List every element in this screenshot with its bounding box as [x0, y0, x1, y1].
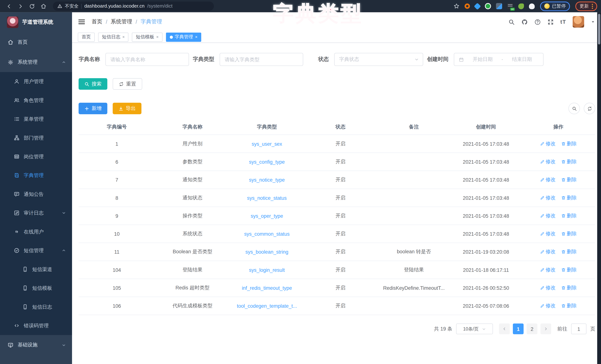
close-icon[interactable]: ×	[122, 35, 125, 39]
sidebar-item-announcements[interactable]: 通知公告	[0, 185, 72, 203]
edit-link[interactable]: 修改	[540, 248, 556, 255]
scrollbar-thumb[interactable]	[598, 14, 600, 45]
dict-type-link[interactable]: inf_redis_timeout_type	[230, 279, 304, 297]
sidebar-item-audit-log[interactable]: 审计日志	[0, 203, 72, 222]
close-icon[interactable]: ×	[156, 35, 159, 39]
search-button[interactable]: 搜索	[79, 78, 107, 90]
search-icon[interactable]	[508, 19, 515, 25]
tab-home[interactable]: 首页	[78, 32, 95, 42]
scrollbar[interactable]	[597, 12, 601, 364]
delete-link[interactable]: 删除	[561, 212, 577, 219]
page-button-1[interactable]: 1	[513, 324, 524, 334]
delete-link[interactable]: 删除	[561, 140, 577, 147]
dictionary-book-icon	[14, 172, 20, 178]
goto-page-input[interactable]	[571, 324, 587, 334]
sidebar-item-online-users[interactable]: 在线用户	[0, 222, 72, 241]
sidebar-item-sms-channel[interactable]: 短信渠道	[0, 260, 72, 279]
sidebar-item-departments[interactable]: 部门管理	[0, 129, 72, 147]
delete-link[interactable]: 删除	[561, 302, 577, 309]
dict-type-link[interactable]: sys_login_result	[230, 261, 304, 279]
dict-type-link[interactable]: sys_boolean_string	[230, 243, 304, 261]
edit-link[interactable]: 修改	[540, 212, 556, 219]
close-icon[interactable]: ×	[195, 35, 197, 39]
sidebar-item-sms-template[interactable]: 短信模板	[0, 279, 72, 297]
edit-link[interactable]: 修改	[540, 176, 556, 183]
status-select[interactable]: 字典状态	[334, 53, 423, 66]
date-range-picker[interactable]: 开始日期 - 结束日期	[454, 53, 543, 66]
delete-link[interactable]: 删除	[561, 284, 577, 291]
github-icon[interactable]	[521, 19, 528, 25]
avatar[interactable]	[573, 16, 584, 28]
sidebar-item-infrastructure[interactable]: 基础设施	[0, 335, 72, 355]
dict-name-input[interactable]	[110, 56, 184, 62]
sidebar-item-users[interactable]: 用户管理	[0, 72, 72, 91]
bookmark-star-icon[interactable]	[453, 3, 460, 9]
add-button[interactable]: 新增	[79, 103, 107, 114]
extension-green-circle-icon[interactable]	[485, 3, 491, 9]
dict-type-link[interactable]: sys_notice_type	[230, 171, 304, 189]
refresh-table-button[interactable]	[584, 103, 595, 114]
edit-link[interactable]: 修改	[540, 284, 556, 291]
sidebar-item-dictionary[interactable]: 字典管理	[0, 166, 72, 185]
extension-pet-icon[interactable]	[529, 3, 535, 9]
edit-link[interactable]: 修改	[540, 140, 556, 147]
edit-link[interactable]: 修改	[540, 230, 556, 237]
sidebar-item-home[interactable]: 首页	[0, 32, 72, 52]
sidebar-item-roles[interactable]: 角色管理	[0, 91, 72, 110]
edit-link[interactable]: 修改	[540, 266, 556, 273]
tab-sms-log[interactable]: 短信日志 ×	[98, 32, 129, 42]
toggle-search-button[interactable]	[568, 103, 580, 114]
prev-page-button[interactable]	[499, 324, 510, 334]
browser-menu-icon[interactable]	[592, 4, 593, 9]
sidebar-item-system[interactable]: 系统管理	[0, 52, 72, 72]
dict-type-input[interactable]	[225, 56, 298, 62]
page-button-2[interactable]: 2	[527, 324, 537, 334]
page-size-select[interactable]: 10条/页	[456, 324, 493, 334]
delete-link[interactable]: 删除	[561, 176, 577, 183]
edit-link[interactable]: 修改	[540, 302, 556, 309]
sidebar-item-posts[interactable]: 岗位管理	[0, 147, 72, 166]
paused-extension-badge[interactable]: 已暂停	[540, 1, 570, 11]
browser-forward-icon[interactable]	[15, 1, 25, 11]
delete-link[interactable]: 删除	[561, 266, 577, 273]
fullscreen-icon[interactable]	[547, 19, 554, 25]
edit-link[interactable]: 修改	[540, 158, 556, 165]
font-size-icon[interactable]: tT	[560, 19, 566, 25]
tab-sms-template[interactable]: 短信模板 ×	[132, 32, 162, 42]
export-button[interactable]: 导出	[113, 103, 141, 114]
dict-type-link[interactable]: tool_codegen_template_t...	[230, 297, 304, 315]
address-bar[interactable]: 不安全 dashboard.yudao.iocoder.cn/system/di…	[53, 1, 214, 11]
delete-link[interactable]: 删除	[561, 230, 577, 237]
dict-type-link[interactable]: sys_config_type	[230, 153, 304, 171]
sidebar-item-sms[interactable]: 短信管理	[0, 241, 72, 260]
app-logo-row[interactable]: 芋道管理系统	[0, 12, 72, 32]
caret-down-icon[interactable]	[591, 20, 595, 24]
help-icon[interactable]	[534, 19, 541, 25]
delete-link[interactable]: 删除	[561, 158, 577, 165]
browser-home-icon[interactable]	[38, 1, 48, 11]
browser-reload-icon[interactable]	[27, 1, 37, 11]
tab-dictionary[interactable]: 字典管理 ×	[166, 32, 201, 42]
dict-type-link[interactable]: sys_common_status	[230, 225, 304, 243]
breadcrumb-system[interactable]: 系统管理	[111, 18, 132, 25]
delete-link[interactable]: 删除	[561, 248, 577, 255]
extension-tiles-icon[interactable]	[496, 3, 502, 9]
breadcrumb-home[interactable]: 首页	[92, 18, 102, 25]
extension-leaf-icon[interactable]	[518, 3, 524, 9]
browser-update-button[interactable]: 更新	[575, 1, 597, 11]
sidebar-item-sms-log[interactable]: 短信日志	[0, 297, 72, 316]
reset-button[interactable]: 重置	[113, 78, 142, 90]
delete-link[interactable]: 删除	[561, 194, 577, 201]
extension-orange-icon[interactable]	[465, 3, 470, 9]
hamburger-icon[interactable]	[78, 18, 85, 26]
sidebar-item-menus[interactable]: 菜单管理	[0, 110, 72, 128]
extension-blue-gem-icon[interactable]	[474, 3, 481, 10]
sidebar-item-error-codes[interactable]: 错误码管理	[0, 316, 72, 335]
next-page-button[interactable]	[541, 324, 551, 334]
edit-link[interactable]: 修改	[540, 194, 556, 201]
dict-type-link[interactable]: sys_user_sex	[230, 135, 304, 153]
dict-type-link[interactable]: sys_notice_status	[230, 189, 304, 207]
dict-type-link[interactable]: sys_oper_type	[230, 207, 304, 225]
browser-back-icon[interactable]	[4, 1, 14, 11]
extension-recorder-icon[interactable]: on	[507, 3, 513, 9]
